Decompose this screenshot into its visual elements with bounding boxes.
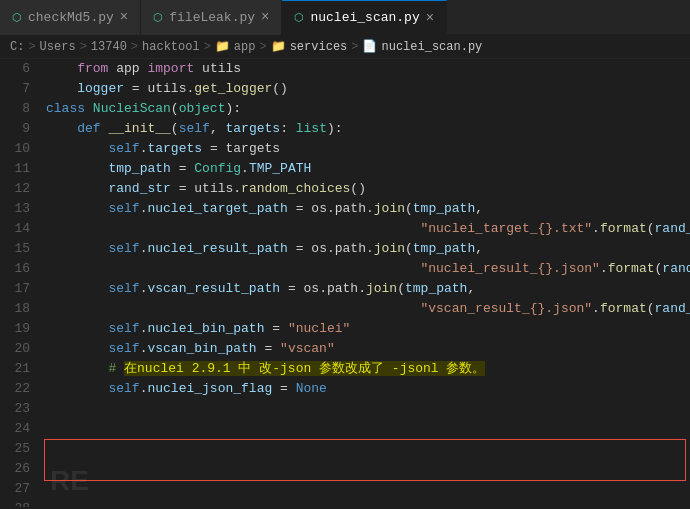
code-line-13: def __init__(self, targets: list): <box>46 119 690 139</box>
close-icon[interactable]: × <box>426 11 434 25</box>
folder-icon: 📁 <box>215 39 230 54</box>
breadcrumb: C: > Users > 13740 > hacktool > 📁 app > … <box>0 35 690 59</box>
breadcrumb-sep: > <box>131 40 138 54</box>
code-line-20: "nuclei_target_{}.txt".format(rand_str)) <box>46 219 690 239</box>
breadcrumb-services: services <box>290 40 348 54</box>
breadcrumb-part: app <box>234 40 256 54</box>
breadcrumb-part: C: <box>10 40 24 54</box>
breadcrumb-part: 13740 <box>91 40 127 54</box>
code-line-6: from app import utils <box>46 59 690 79</box>
tab-checkmd5[interactable]: ⬡ checkMd5.py × <box>0 0 141 35</box>
code-line-23: "nuclei_result_{}.json".format(rand_str)… <box>46 259 690 279</box>
code-line-28: self.nuclei_bin_path = "nuclei" <box>46 319 690 339</box>
py-icon: ⬡ <box>12 11 22 24</box>
code-line-25: self.vscan_result_path = os.path.join(tm… <box>46 279 690 299</box>
code-line-12: class NucleiScan(object): <box>46 99 690 119</box>
code-line-19: self.nuclei_target_path = os.path.join(t… <box>46 199 690 219</box>
close-icon[interactable]: × <box>261 10 269 24</box>
code-area: from app import utils logger = utils.get… <box>42 59 690 507</box>
line-numbers: 6 7 8 9 10 11 12 13 14 15 16 17 18 19 20… <box>0 59 42 507</box>
py-icon: ⬡ <box>294 11 304 24</box>
breadcrumb-file: nuclei_scan.py <box>381 40 482 54</box>
code-line-16: tmp_path = Config.TMP_PATH <box>46 159 690 179</box>
code-line-32: # 在nuclei 2.9.1 中 改-json 参数改成了 -jsonl 参数… <box>46 359 690 379</box>
code-line-33: self.nuclei_json_flag = None <box>46 379 690 399</box>
breadcrumb-sep: > <box>204 40 211 54</box>
code-line-22: self.nuclei_result_path = os.path.join(t… <box>46 239 690 259</box>
close-icon[interactable]: × <box>120 10 128 24</box>
tab-bar: ⬡ checkMd5.py × ⬡ fileLeak.py × ⬡ nuclei… <box>0 0 690 35</box>
tab-label: nuclei_scan.py <box>310 10 419 25</box>
breadcrumb-part: hacktool <box>142 40 200 54</box>
tab-nuclei-scan[interactable]: ⬡ nuclei_scan.py × <box>282 0 447 35</box>
code-line-26: "vscan_result_{}.json".format(rand_str)) <box>46 299 690 319</box>
py-icon: ⬡ <box>153 11 163 24</box>
folder-icon: 📁 <box>271 39 286 54</box>
watermark: RE <box>50 465 89 497</box>
code-line-9: logger = utils.get_logger() <box>46 79 690 99</box>
highlight-box-1 <box>44 439 686 481</box>
breadcrumb-sep: > <box>28 40 35 54</box>
code-line-30: self.vscan_bin_path = "vscan" <box>46 339 690 359</box>
code-line-14: self.targets = targets <box>46 139 690 159</box>
editor: 6 7 8 9 10 11 12 13 14 15 16 17 18 19 20… <box>0 59 690 507</box>
breadcrumb-sep: > <box>80 40 87 54</box>
file-icon: 📄 <box>362 39 377 54</box>
breadcrumb-sep: > <box>351 40 358 54</box>
breadcrumb-sep: > <box>259 40 266 54</box>
tab-label: checkMd5.py <box>28 10 114 25</box>
breadcrumb-part: Users <box>40 40 76 54</box>
tab-label: fileLeak.py <box>169 10 255 25</box>
code-line-17: rand_str = utils.random_choices() <box>46 179 690 199</box>
tab-fileleak[interactable]: ⬡ fileLeak.py × <box>141 0 282 35</box>
